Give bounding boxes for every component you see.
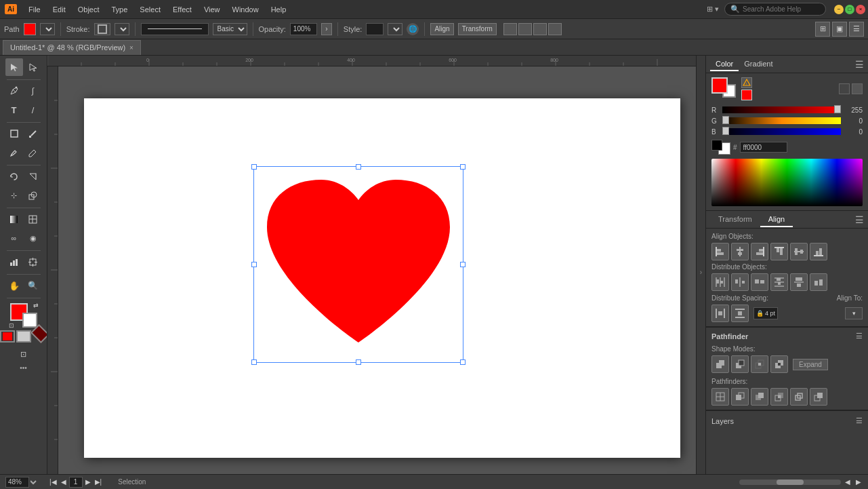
menu-effect[interactable]: Effect (167, 4, 197, 15)
screen-mode-tool[interactable]: ⊡ (15, 345, 33, 363)
close-tab-button[interactable]: × (129, 44, 133, 52)
color-wheel-icon[interactable] (852, 83, 863, 94)
globe-icon[interactable]: 🌐 (407, 23, 419, 35)
align-icon-3[interactable] (533, 23, 547, 35)
web-color-icon[interactable] (741, 90, 752, 100)
dist-spacing-h[interactable] (711, 305, 729, 322)
canvas-area[interactable]: 0 200 400 600 800 (47, 56, 705, 489)
ellipse-tool[interactable] (24, 125, 42, 142)
line-tool[interactable]: / (24, 101, 42, 119)
paintbrush-tool[interactable] (5, 144, 23, 161)
playback-prev[interactable]: ◀ (844, 478, 852, 486)
maximize-button[interactable]: □ (845, 5, 854, 14)
align-horizontal-center[interactable] (731, 243, 749, 260)
style-swatch[interactable] (366, 23, 384, 35)
style-dropdown[interactable] (388, 23, 402, 35)
gradient-tab[interactable]: Gradient (739, 58, 778, 71)
zoom-input[interactable] (5, 477, 29, 488)
rect-tool[interactable] (5, 125, 23, 142)
artboard-tool[interactable] (24, 253, 42, 271)
pathfinder-menu[interactable]: ☰ (856, 332, 863, 340)
hand-tool[interactable]: ✋ (5, 277, 23, 294)
g-slider-track[interactable] (722, 117, 841, 124)
dist-right-edges[interactable] (751, 273, 768, 291)
minimize-button[interactable]: − (834, 5, 844, 14)
free-transform-tool[interactable]: ⊹ (5, 187, 23, 204)
warning-triangle[interactable]: ! (741, 77, 752, 88)
minus-back-button[interactable] (810, 388, 827, 406)
mesh-tool[interactable] (24, 210, 42, 228)
blend-tool[interactable]: ∞ (5, 229, 23, 247)
menu-object[interactable]: Object (73, 4, 105, 15)
curvature-tool[interactable]: ∫ (24, 82, 42, 100)
prev-page-button[interactable]: ◀ (60, 478, 68, 486)
last-page-button[interactable]: ▶| (94, 478, 104, 486)
g-slider-thumb[interactable] (722, 116, 729, 124)
menu-file[interactable]: File (23, 4, 46, 15)
color-spectrum-icon[interactable] (839, 83, 850, 94)
stroke-weight-dropdown[interactable]: Basic (213, 23, 247, 35)
normal-mode-icon[interactable] (0, 330, 15, 343)
b-slider-track[interactable] (722, 128, 841, 135)
align-panel-menu[interactable]: ☰ (855, 214, 864, 225)
align-right-edges[interactable] (751, 243, 768, 260)
zoom-dropdown[interactable] (30, 478, 39, 486)
fill-dropdown[interactable] (40, 23, 55, 35)
type-tool[interactable]: T (5, 101, 23, 119)
scroll-slider[interactable] (739, 480, 841, 485)
align-tab[interactable]: Align (760, 212, 793, 227)
r-slider-track[interactable] (722, 106, 841, 113)
color-spectrum[interactable] (711, 159, 863, 206)
panel-toggle-3[interactable]: ☰ (849, 22, 864, 37)
stroke-dropdown[interactable] (115, 23, 129, 35)
opacity-more-button[interactable]: › (321, 23, 332, 35)
gradient-tool[interactable] (5, 210, 23, 228)
workspace-icon[interactable]: ⊞ ▾ (707, 5, 719, 14)
transform-tab[interactable]: Transform (710, 212, 760, 227)
trim-button[interactable] (731, 388, 749, 406)
align-button[interactable]: Align (430, 23, 453, 35)
align-bottom-edges[interactable] (810, 243, 827, 260)
black-swatch[interactable] (711, 140, 722, 151)
align-icon-4[interactable] (548, 23, 562, 35)
align-to-dropdown[interactable]: ▾ (845, 307, 863, 319)
divide-button[interactable] (711, 388, 729, 406)
intersect-button[interactable] (751, 355, 768, 373)
menu-select[interactable]: Select (134, 4, 166, 15)
search-box[interactable]: 🔍 Search Adobe Help (724, 3, 826, 16)
minus-front-button[interactable] (731, 355, 749, 373)
merge-button[interactable] (751, 388, 768, 406)
align-left-edges[interactable] (711, 243, 729, 260)
dist-spacing-v[interactable] (731, 305, 749, 322)
b-slider-thumb[interactable] (722, 127, 729, 135)
next-page-button[interactable]: ▶ (84, 478, 92, 486)
page-input[interactable] (69, 477, 83, 488)
dist-horizontal-center[interactable] (731, 273, 749, 291)
fill-swatch[interactable] (24, 23, 36, 35)
align-vertical-center[interactable] (790, 243, 808, 260)
hex-input[interactable] (740, 142, 787, 153)
rotate-tool[interactable] (5, 168, 23, 185)
layers-panel-menu[interactable]: ☰ (856, 416, 863, 425)
more-tools[interactable]: ••• (20, 364, 27, 372)
spray-tool[interactable]: ◉ (24, 229, 42, 247)
close-button[interactable]: × (856, 5, 865, 14)
panel-toggle-2[interactable]: ▣ (832, 22, 847, 37)
fill-color-swatch[interactable] (711, 77, 728, 94)
menu-window[interactable]: Window (227, 4, 264, 15)
playback-next[interactable]: ▶ (854, 478, 863, 486)
align-icon-2[interactable] (518, 23, 532, 35)
r-slider-thumb[interactable] (834, 105, 841, 113)
transform-button[interactable]: Transform (458, 23, 497, 35)
menu-view[interactable]: View (199, 4, 226, 15)
mask-mode-icon[interactable] (16, 330, 31, 343)
menu-type[interactable]: Type (106, 4, 133, 15)
document-tab[interactable]: Untitled-1* @ 48 % (RGB/Preview) × (3, 40, 141, 55)
direct-selection-tool[interactable] (24, 58, 42, 76)
scale-tool[interactable] (24, 168, 42, 185)
shape-builder-tool[interactable] (24, 187, 42, 204)
selection-tool[interactable] (5, 58, 23, 76)
menu-edit[interactable]: Edit (47, 4, 71, 15)
column-graph-tool[interactable] (5, 253, 23, 271)
align-icon-1[interactable] (503, 23, 517, 35)
